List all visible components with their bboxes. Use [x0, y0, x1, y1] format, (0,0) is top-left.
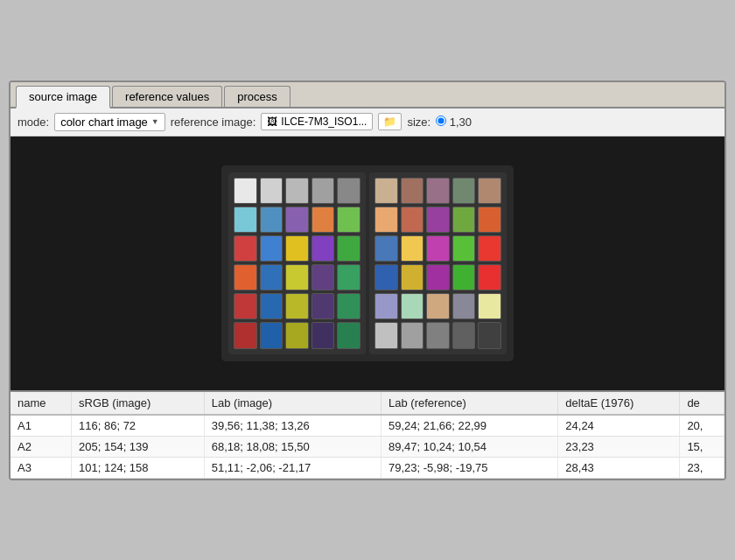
table-row: A2205; 154; 13968,18; 18,08; 15,5089,47;…	[10, 436, 724, 457]
color-swatch	[337, 264, 360, 290]
file-icon: 🖼	[267, 116, 277, 128]
color-swatch	[285, 178, 309, 204]
main-window: source image reference values process mo…	[9, 80, 726, 480]
color-swatch	[337, 206, 360, 233]
cell-srgb: 116; 86; 72	[72, 415, 205, 437]
cell-lab-reference: 79,23; -5,98; -19,75	[382, 457, 558, 478]
reference-filename: ILCE-7M3_ISO1...	[281, 116, 367, 128]
color-swatch	[426, 206, 450, 233]
color-swatch	[312, 293, 335, 319]
toolbar: mode: color chart image ▼ reference imag…	[10, 108, 724, 136]
color-swatch	[285, 293, 309, 319]
cell-srgb: 205; 154; 139	[72, 436, 205, 457]
tab-process[interactable]: process	[224, 86, 290, 107]
size-label: size:	[407, 116, 430, 129]
color-swatch	[234, 178, 257, 204]
color-swatch	[374, 206, 398, 233]
cell-de: 23,	[680, 457, 724, 478]
color-swatch	[374, 235, 398, 262]
color-swatch	[234, 206, 257, 233]
table-row: A3101; 124; 15851,11; -2,06; -21,1779,23…	[10, 457, 724, 478]
cell-lab-image: 68,18; 18,08; 15,50	[204, 436, 381, 457]
color-swatch	[312, 322, 335, 348]
cell-lab-image: 51,11; -2,06; -21,17	[204, 457, 381, 478]
col-header-lab-reference: Lab (reference)	[382, 392, 558, 415]
color-swatch	[285, 235, 309, 262]
color-swatch	[312, 206, 335, 233]
color-swatch	[452, 293, 476, 319]
color-swatch	[401, 322, 424, 348]
color-swatch	[312, 178, 335, 204]
color-swatch	[337, 293, 360, 319]
color-swatch	[285, 322, 309, 348]
chart-left-panel	[228, 172, 366, 354]
cell-delta76: 24,24	[558, 415, 680, 437]
color-swatch	[452, 264, 476, 290]
color-swatch	[478, 322, 501, 348]
cell-lab-reference: 59,24; 21,66; 22,99	[382, 415, 558, 437]
color-swatch	[234, 264, 257, 290]
data-table-area: name sRGB (image) Lab (image) Lab (refer…	[10, 390, 724, 479]
col-header-de: de	[680, 392, 724, 415]
color-swatch	[234, 322, 257, 348]
cell-lab-reference: 89,47; 10,24; 10,54	[382, 436, 558, 457]
color-swatch	[374, 178, 398, 204]
color-swatch	[426, 264, 450, 290]
color-swatch	[312, 235, 335, 262]
reference-label: reference image:	[171, 116, 256, 129]
color-swatch	[478, 293, 501, 319]
color-swatch	[374, 322, 398, 348]
color-swatch	[426, 178, 450, 204]
color-swatch	[452, 235, 476, 262]
color-swatch	[426, 293, 450, 319]
cell-name: A3	[10, 457, 72, 478]
col-header-delta76: deltaE (1976)	[558, 392, 680, 415]
color-swatch	[285, 206, 309, 233]
color-swatch	[374, 293, 398, 319]
cell-lab-image: 39,56; 11,38; 13,26	[204, 415, 381, 437]
tab-source-image[interactable]: source image	[16, 86, 110, 108]
mode-label: mode:	[18, 116, 49, 129]
cell-de: 20,	[680, 415, 724, 437]
chart-right-panel	[369, 172, 507, 354]
color-swatch	[234, 235, 257, 262]
color-swatch	[260, 206, 284, 233]
color-swatch	[452, 206, 476, 233]
tab-reference-values[interactable]: reference values	[112, 86, 222, 107]
color-swatch	[452, 322, 476, 348]
color-swatch	[374, 264, 398, 290]
color-swatch	[260, 322, 284, 348]
color-swatch	[401, 235, 424, 262]
table-header-row: name sRGB (image) Lab (image) Lab (refer…	[10, 392, 724, 415]
cell-name: A1	[10, 415, 72, 437]
color-swatch	[426, 235, 450, 262]
size-number: 1,30	[450, 116, 472, 129]
cell-srgb: 101; 124; 158	[72, 457, 205, 478]
col-header-srgb: sRGB (image)	[72, 392, 205, 415]
col-header-lab-image: Lab (image)	[204, 392, 381, 415]
chart-device	[219, 163, 516, 364]
color-swatch	[285, 264, 309, 290]
image-preview	[10, 136, 724, 390]
mode-dropdown[interactable]: color chart image ▼	[54, 113, 165, 131]
table-row: A1116; 86; 7239,56; 11,38; 13,2659,24; 2…	[10, 415, 724, 437]
reference-file[interactable]: 🖼 ILCE-7M3_ISO1...	[261, 113, 373, 130]
browse-folder-button[interactable]: 📁	[378, 113, 402, 130]
color-swatch	[260, 178, 284, 204]
color-swatch	[478, 235, 501, 262]
color-swatch	[312, 264, 335, 290]
cell-de: 15,	[680, 436, 724, 457]
color-swatch	[401, 264, 424, 290]
data-table: name sRGB (image) Lab (image) Lab (refer…	[10, 392, 724, 479]
color-swatch	[478, 264, 501, 290]
color-swatch	[401, 178, 424, 204]
dropdown-arrow-icon: ▼	[151, 117, 159, 126]
tab-bar: source image reference values process	[10, 82, 724, 108]
color-swatch	[478, 206, 501, 233]
size-radio[interactable]	[436, 116, 446, 126]
mode-value: color chart image	[60, 116, 148, 129]
color-swatch	[260, 293, 284, 319]
color-swatch	[337, 235, 360, 262]
cell-name: A2	[10, 436, 72, 457]
color-swatch	[260, 264, 284, 290]
